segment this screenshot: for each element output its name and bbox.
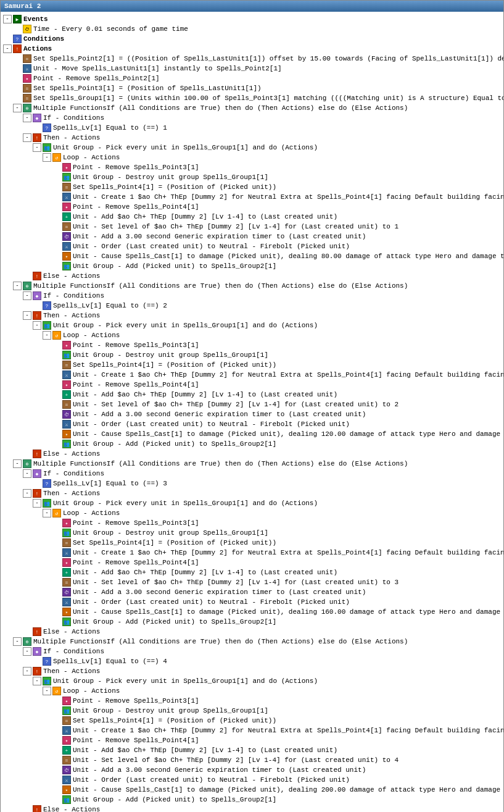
tree-toggle[interactable]: - (13, 282, 22, 290)
tree-row[interactable]: ✦Point - Remove Spells_Point4[1] (2, 202, 502, 212)
tree-row[interactable]: ⏱Unit - Add a 3.00 second Generic expira… (2, 587, 502, 597)
tree-toggle[interactable]: - (33, 143, 41, 152)
tree-row[interactable]: =Unit - Set level of $ao Ch+ ThEp [Dummy… (2, 400, 502, 409)
tree-row[interactable]: ?Conditions (2, 34, 502, 44)
tree-row[interactable]: -!Then - Actions (2, 666, 502, 676)
tree-toggle[interactable]: - (43, 331, 51, 340)
tree-row[interactable]: -👥Unit Group - Pick every unit in Spells… (2, 676, 502, 686)
tree-row[interactable]: -!Then - Actions (2, 311, 502, 320)
tree-row[interactable]: +Unit - Add $ao Ch+ ThEp [Dummy 2] [Lv 1… (2, 212, 502, 222)
tree-toggle[interactable]: - (43, 153, 51, 162)
tree-row[interactable]: -👥Unit Group - Pick every unit in Spells… (2, 143, 502, 153)
tree-row[interactable]: -!Then - Actions (2, 133, 502, 143)
tree-row[interactable]: ?Spells_Lv[1] Equal to (==) 1 (2, 123, 502, 133)
tree-row[interactable]: ⚔Unit - Create 1 $ao Ch+ ThEp [Dummy 2] … (2, 726, 502, 735)
tree-row[interactable]: ✦Point - Remove Spells_Point4[1] (2, 558, 502, 567)
tree-toggle[interactable]: - (13, 637, 22, 646)
tree-row[interactable]: ✦Point - Remove Spells_Point4[1] (2, 735, 502, 745)
tree-row[interactable]: !Else - Actions (2, 271, 502, 281)
tree-row[interactable]: =Set Spells_Point4[1] = (Position of (Pi… (2, 716, 502, 726)
tree-row[interactable]: ⚔Unit - Order (Last created unit) to Neu… (2, 241, 502, 251)
tree-row[interactable]: ⚔Unit - Order (Last created unit) to Neu… (2, 597, 502, 607)
tree-toggle[interactable]: - (23, 667, 31, 676)
tree-row[interactable]: 👥Unit Group - Destroy unit group Spells_… (2, 528, 502, 538)
tree-row[interactable]: -◆If - Conditions (2, 291, 502, 301)
tree-row[interactable]: -!Then - Actions (2, 488, 502, 498)
tree-row[interactable]: -↺Loop - Actions (2, 508, 502, 518)
tree-toggle[interactable]: - (23, 133, 31, 142)
tree-toggle[interactable]: - (33, 321, 41, 330)
tree-row[interactable]: !Else - Actions (2, 805, 502, 812)
tree-row[interactable]: =Unit - Set level of $ao Ch+ ThEp [Dummy… (2, 577, 502, 587)
tree-toggle[interactable]: - (33, 499, 41, 508)
tree-row[interactable]: ⏱Unit - Add a 3.00 second Generic expira… (2, 409, 502, 419)
tree-row[interactable]: !Else - Actions (2, 449, 502, 459)
tree-row[interactable]: ⚔Unit - Create 1 $ao Ch+ ThEp [Dummy 2] … (2, 192, 502, 202)
tree-row[interactable]: ⏱Time - Every 0.01 seconds of game time (2, 24, 502, 34)
tree-row[interactable]: 👥Unit Group - Destroy unit group Spells_… (2, 350, 502, 360)
tree-row[interactable]: 👥Unit Group - Add (Picked unit) to Spell… (2, 617, 502, 627)
tree-row[interactable]: =Unit - Set level of $ao Ch+ ThEp [Dummy… (2, 755, 502, 765)
tree-row[interactable]: -◆If - Conditions (2, 113, 502, 123)
tree-toggle[interactable]: - (23, 489, 31, 498)
tree-row[interactable]: 👥Unit Group - Add (Picked unit) to Spell… (2, 261, 502, 271)
tree-toggle[interactable]: - (23, 114, 31, 122)
tree-toggle[interactable]: - (23, 647, 31, 656)
tree-toggle[interactable]: - (23, 311, 31, 320)
tree-row[interactable]: -↺Loop - Actions (2, 153, 502, 162)
tree-row[interactable]: +Unit - Add $ao Ch+ ThEp [Dummy 2] [Lv 1… (2, 745, 502, 755)
tree-row[interactable]: ⏱Unit - Add a 3.00 second Generic expira… (2, 765, 502, 775)
tree-row[interactable]: -⊕Multiple FunctionsIf (All Conditions a… (2, 637, 502, 647)
tree-row[interactable]: -👥Unit Group - Pick every unit in Spells… (2, 320, 502, 330)
tree-row[interactable]: 👥Unit Group - Destroy unit group Spells_… (2, 172, 502, 182)
tree-row[interactable]: ⚔Unit - Order (Last created unit) to Neu… (2, 419, 502, 429)
tree-toggle[interactable]: - (13, 104, 22, 112)
tree-row[interactable]: ⚔Unit - Create 1 $ao Ch+ ThEp [Dummy 2] … (2, 370, 502, 380)
tree-row[interactable]: =Unit - Set level of $ao Ch+ ThEp [Dummy… (2, 222, 502, 232)
tree-toggle[interactable]: - (3, 15, 12, 23)
tree-row[interactable]: ?Spells_Lv[1] Equal to (==) 4 (2, 656, 502, 666)
tree-row[interactable]: 👥Unit Group - Add (Picked unit) to Spell… (2, 795, 502, 805)
tree-row[interactable]: ✦Point - Remove Spells_Point3[1] (2, 696, 502, 706)
tree-row[interactable]: ⚔Unit - Move Spells_LastUnit1[1] instant… (2, 64, 502, 73)
tree-row[interactable]: =Set Spells_Group1[1] = (Units within 10… (2, 93, 502, 103)
tree-row[interactable]: -👥Unit Group - Pick every unit in Spells… (2, 498, 502, 508)
tree-row[interactable]: -⊕Multiple FunctionsIf (All Conditions a… (2, 281, 502, 291)
tree-row[interactable]: -!Actions (2, 44, 502, 54)
tree-row[interactable]: ✦Point - Remove Spells_Point4[1] (2, 380, 502, 390)
tree-toggle[interactable]: - (23, 291, 31, 300)
tree-row[interactable]: =Set Spells_Point3[1] = (Position of Spe… (2, 83, 502, 93)
tree-row[interactable]: -↺Loop - Actions (2, 330, 502, 340)
tree-row[interactable]: -◆If - Conditions (2, 469, 502, 479)
tree-toggle[interactable]: - (43, 687, 51, 695)
tree-row[interactable]: ✦Point - Remove Spells_Point3[1] (2, 518, 502, 528)
tree-row[interactable]: ✴Unit - Cause Spells_Cast[1] to damage (… (2, 251, 502, 261)
tree-row[interactable]: ✦Point - Remove Spells_Point2[1] (2, 73, 502, 83)
tree-row[interactable]: -↺Loop - Actions (2, 686, 502, 696)
tree-row[interactable]: ✦Point - Remove Spells_Point3[1] (2, 340, 502, 350)
tree-row[interactable]: ✦Point - Remove Spells_Point3[1] (2, 162, 502, 172)
tree-row[interactable]: ⚔Unit - Order (Last created unit) to Neu… (2, 775, 502, 785)
tree-toggle[interactable]: - (3, 44, 12, 53)
tree-row[interactable]: 👥Unit Group - Add (Picked unit) to Spell… (2, 439, 502, 449)
tree-row[interactable]: =Set Spells_Point2[1] = ((Position of Sp… (2, 54, 502, 64)
tree-row[interactable]: 👥Unit Group - Destroy unit group Spells_… (2, 706, 502, 716)
tree-toggle[interactable]: - (13, 459, 22, 468)
tree-row[interactable]: -▶Events (2, 14, 502, 24)
tree-row[interactable]: ?Spells_Lv[1] Equal to (==) 3 (2, 479, 502, 488)
tree-row[interactable]: ⚔Unit - Create 1 $ao Ch+ ThEp [Dummy 2] … (2, 548, 502, 558)
tree-row[interactable]: ✴Unit - Cause Spells_Cast[1] to damage (… (2, 429, 502, 439)
tree-row[interactable]: ?Spells_Lv[1] Equal to (==) 2 (2, 301, 502, 311)
tree-row[interactable]: =Set Spells_Point4[1] = (Position of (Pi… (2, 360, 502, 370)
tree-toggle[interactable]: - (43, 509, 51, 517)
tree-row[interactable]: ⏱Unit - Add a 3.00 second Generic expira… (2, 232, 502, 241)
tree-row[interactable]: ✴Unit - Cause Spells_Cast[1] to damage (… (2, 607, 502, 617)
tree-toggle[interactable]: - (23, 469, 31, 478)
tree-row[interactable]: +Unit - Add $ao Ch+ ThEp [Dummy 2] [Lv 1… (2, 567, 502, 577)
tree-row[interactable]: !Else - Actions (2, 627, 502, 637)
tree-row[interactable]: +Unit - Add $ao Ch+ ThEp [Dummy 2] [Lv 1… (2, 390, 502, 400)
tree-row[interactable]: =Set Spells_Point4[1] = (Position of (Pi… (2, 538, 502, 548)
tree-row[interactable]: -⊕Multiple FunctionsIf (All Conditions a… (2, 103, 502, 113)
tree-row[interactable]: -⊕Multiple FunctionsIf (All Conditions a… (2, 459, 502, 469)
tree-row[interactable]: =Set Spells_Point4[1] = (Position of (Pi… (2, 182, 502, 192)
